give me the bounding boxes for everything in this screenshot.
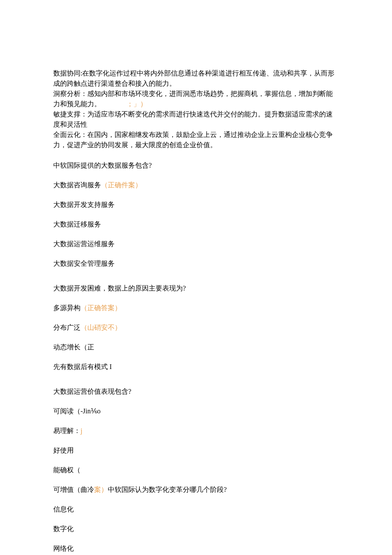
q3-question: 大数据运营价值表现包含? xyxy=(53,386,339,397)
q2-option-1: 多源异构（正确答案） xyxy=(53,303,339,313)
q3-opt5-mark: 案） xyxy=(94,486,108,493)
q3-option-4: 能确权（ xyxy=(53,465,339,475)
insight-prefix: 洞察分析：感知内部和市场环境变化，进而洞悉市场趋势，把握商机，掌握信息，增加判断… xyxy=(53,90,333,108)
q1-opt1-text: 大数据咨询服务 xyxy=(53,181,101,189)
q3-opt5-prefix: 可增值（曲冷 xyxy=(53,486,94,493)
q1-option-3: 大数据迁移服务 xyxy=(53,219,339,230)
q2-option-4: 先有数据后有模式 I xyxy=(53,362,339,372)
definition-insight: 洞察分析：感知内部和市场环境变化，进而洞悉市场趋势，把握商机，掌握信息，增加判断… xyxy=(53,89,339,109)
q2-opt1-text: 多源异构 xyxy=(53,304,81,311)
q3-option-2: 易理解：j xyxy=(53,426,339,436)
q2-opt1-mark: （正确答案） xyxy=(81,304,121,311)
q1-option-5: 大数据安全管理服务 xyxy=(53,259,339,269)
definition-agile: 敏捷支撑：为适应市场不断变化的需求而进行快速迭代并交付的能力。提升数据适应需求的… xyxy=(53,109,339,130)
q1-option-1: 大数据咨询服务（正确件案） xyxy=(53,180,339,190)
q1-option-2: 大数据开发支持服务 xyxy=(53,200,339,210)
q2-opt2-text: 分布广泛 xyxy=(53,324,81,331)
q3-opt5-suffix: 中软国际认为数字化变革分哪几个阶段? xyxy=(108,486,227,493)
q3-opt2-text: 易理解： xyxy=(53,427,81,434)
q2-opt2-mark: （山硝安不） xyxy=(81,324,121,331)
q2-question: 大数据开发困难，数据上的原因主要表现为? xyxy=(53,283,339,293)
q3-option-1: 可阅读（-Jin⅟₆o xyxy=(53,406,339,416)
q3-option-8: 网络化 xyxy=(53,543,339,554)
q3-option-5: 可增值（曲冷案）中软国际认为数字化变革分哪几个阶段? xyxy=(53,485,339,495)
q1-opt1-mark: （正确件案） xyxy=(101,181,142,189)
q2-option-2: 分布广泛（山硝安不） xyxy=(53,323,339,333)
q3-option-6: 信息化 xyxy=(53,504,339,514)
q3-option-7: 数字化 xyxy=(53,524,339,534)
q1-question: 中软国际提供的大数据服务包含? xyxy=(53,160,339,171)
q2-option-3: 动态增长（正 xyxy=(53,342,339,352)
q3-opt2-mark: j xyxy=(81,427,82,434)
definition-data-sync: 数据协同:在数字化运作过程中将内外部信息通过各种渠道进行相互传递、流动和共享，从… xyxy=(53,68,339,89)
q3-option-3: 好使用 xyxy=(53,445,339,456)
q1-option-4: 大数据运营运维服务 xyxy=(53,239,339,249)
definition-cloud: 全面云化：在国内，国家相继发布政策，鼓励企业上云，通过推动企业上云重构企业核心竞… xyxy=(53,130,339,150)
insight-suffix: ；」） xyxy=(127,100,147,108)
